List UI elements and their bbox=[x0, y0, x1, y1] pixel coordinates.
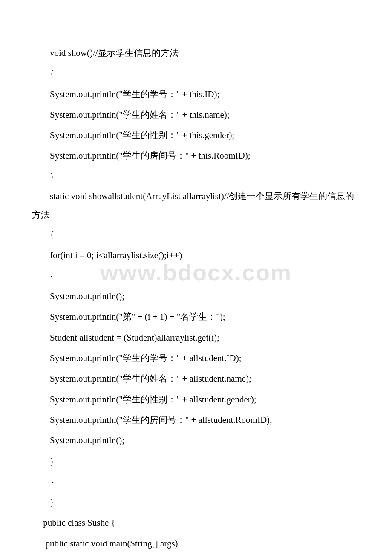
code-line: void show()//显示学生信息的方法 bbox=[32, 43, 360, 63]
code-line: System.out.println("学生的学号：" + this.ID); bbox=[32, 84, 360, 104]
code-line: { bbox=[32, 266, 360, 286]
code-line: } bbox=[32, 471, 360, 492]
code-line: { bbox=[32, 63, 360, 84]
code-line: System.out.println("学生的学号：" + allstudent… bbox=[32, 348, 360, 368]
code-line: System.out.println(); bbox=[32, 286, 360, 306]
code-line: { bbox=[32, 224, 360, 245]
code-line: } bbox=[32, 492, 360, 512]
code-line: System.out.println("学生的姓名：" + this.name)… bbox=[32, 104, 360, 125]
code-line: static void showallstudent(ArrayList all… bbox=[32, 187, 360, 224]
document-content: void show()//显示学生信息的方法 { System.out.prin… bbox=[32, 43, 360, 555]
code-line: System.out.println(); bbox=[32, 430, 360, 451]
code-line: System.out.println("第" + (i + 1) + "名学生：… bbox=[32, 306, 360, 327]
code-line: System.out.println("学生的房间号：" + allstuden… bbox=[32, 410, 360, 430]
code-line: public class Sushe { bbox=[32, 512, 360, 533]
code-line: } bbox=[32, 451, 360, 471]
code-line: public static void main(String[] args) bbox=[32, 533, 360, 554]
code-line: for(int i = 0; i<allarraylist.size();i++… bbox=[32, 245, 360, 266]
code-line: System.out.println("学生的房间号：" + this.Room… bbox=[32, 145, 360, 166]
code-line: } bbox=[32, 166, 360, 187]
code-line: Student allstudent = (Student)allarrayli… bbox=[32, 327, 360, 348]
code-line: System.out.println("学生的姓名：" + allstudent… bbox=[32, 368, 360, 389]
code-line: System.out.println("学生的性别：" + allstudent… bbox=[32, 389, 360, 410]
code-line: System.out.println("学生的性别：" + this.gende… bbox=[32, 125, 360, 145]
